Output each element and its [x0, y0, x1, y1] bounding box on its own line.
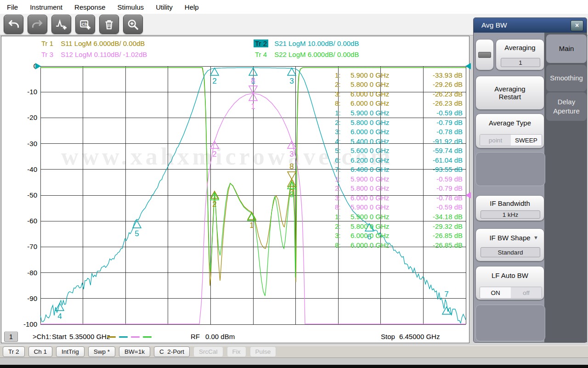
blank-softkey-2	[475, 305, 545, 341]
marker-frequency: 5.900 0 GHz	[351, 109, 419, 117]
averaging-led-button[interactable]	[475, 39, 494, 70]
panel-title: Avg BW	[474, 18, 587, 33]
marker-value: -0.78 dB	[436, 128, 464, 136]
marker-number: 3:	[335, 128, 351, 136]
average-type-point-option[interactable]: point	[480, 135, 511, 146]
marker-value: -93.55 dB	[433, 165, 464, 173]
marker-3-tr2[interactable]: 3	[288, 68, 296, 85]
status-fix: Fix	[227, 346, 246, 357]
y-tick-label: -10	[16, 88, 37, 96]
tab-smoothing[interactable]: Smoothing	[546, 65, 587, 91]
y-tick-label: -60	[16, 217, 37, 225]
status-c-2-port[interactable]: C 2-Port	[154, 346, 190, 357]
averaging-button[interactable]: Averaging 1	[496, 39, 544, 70]
marker-frequency: 5.900 0 GHz	[351, 213, 419, 221]
menu-utility[interactable]: Utility	[150, 1, 179, 13]
blank-softkey-1	[475, 152, 545, 186]
marker-frequency: 5.800 0 GHz	[351, 184, 419, 192]
menu-file[interactable]: File	[1, 1, 24, 13]
marker-value: -26.23 dB	[433, 99, 464, 107]
start-label[interactable]: Start	[52, 333, 67, 340]
status-swp-[interactable]: Swp *	[88, 346, 115, 357]
marker-value: -34.18 dB	[433, 213, 464, 221]
add-trace-button[interactable]	[51, 15, 71, 34]
marker-value: -91.92 dB	[433, 137, 464, 145]
marker-number: 2:	[335, 184, 351, 192]
tab-main[interactable]: Main	[546, 34, 587, 63]
stop-label[interactable]: Stop	[381, 333, 395, 340]
svg-text:1: 1	[251, 102, 255, 111]
undo-button[interactable]	[4, 15, 23, 34]
rf-value[interactable]: 0.00 dBm	[205, 333, 235, 340]
trace-label-tr2[interactable]: Tr 2S21 LogM 10.00dB/ 0.00dB	[254, 40, 359, 47]
trace-dash-icon-tr3	[131, 336, 140, 338]
trace-label-tr3[interactable]: Tr 3S12 LogM 0.110dB/ -1.02dB	[40, 51, 147, 58]
redo-arrow-icon	[31, 18, 44, 31]
lf-auto-bw-off-option[interactable]: off	[511, 287, 542, 298]
ref-level-arrow-icon	[35, 63, 41, 69]
marker-table-row: 3:6.000 0 GHz-26.85 dB	[335, 231, 464, 240]
status-bw-1k[interactable]: BW=1k	[119, 346, 150, 357]
delete-button[interactable]	[99, 15, 119, 34]
y-tick-label: -50	[16, 191, 37, 199]
start-value[interactable]: 5.35000 GHz	[69, 333, 110, 340]
if-bandwidth-label: IF Bandwidth	[476, 199, 544, 207]
trace-label-tr1[interactable]: Tr 1S11 LogM 6.000dB/ 0.00dB	[40, 40, 145, 47]
svg-text:5: 5	[135, 229, 139, 238]
channel-tab[interactable]: 1	[4, 332, 18, 342]
marker-value: -59.74 dB	[433, 147, 464, 154]
lf-auto-bw-button[interactable]: LF Auto BW ON off	[475, 266, 544, 300]
redo-button	[28, 15, 47, 34]
trash-icon	[103, 18, 115, 31]
marker-frequency: 6.000 0 GHz	[351, 90, 419, 98]
marker-frequency: 5.900 0 GHz	[351, 203, 419, 211]
marker-value: -0.79 dB	[436, 119, 464, 126]
marker-value: -29.26 dB	[433, 80, 464, 88]
marker-frequency: 5.900 0 GHz	[351, 175, 419, 183]
channel-prefix: >Ch1:	[33, 333, 51, 340]
marker-5-tr2[interactable]: 5	[133, 221, 141, 238]
trace-label-tr4[interactable]: Tr 4S22 LogM 6.000dB/ 0.00dB	[254, 51, 359, 58]
close-icon[interactable]: ×	[571, 20, 583, 31]
marker-number: 4:	[335, 137, 351, 145]
tab-delay-aperture[interactable]: Delay Aperture	[546, 92, 587, 121]
marker-8-tr1[interactable]: 8	[288, 162, 296, 179]
menu-help[interactable]: Help	[179, 1, 205, 13]
marker-number: 8:	[335, 241, 351, 249]
add-channel-button[interactable]: Ch	[75, 15, 95, 34]
y-tick-label: -40	[16, 165, 37, 173]
lf-auto-bw-on-option[interactable]: ON	[480, 287, 511, 298]
rf-label: RF	[191, 333, 200, 340]
average-type-sweep-option[interactable]: SWEEP	[511, 135, 542, 146]
panel-title-text: Avg BW	[481, 21, 507, 29]
stop-value[interactable]: 6.45000 GHz	[399, 333, 440, 340]
zoom-button[interactable]	[123, 15, 143, 34]
if-bw-shape-button[interactable]: IF BW Shape ▼ Standard	[475, 228, 544, 261]
trace-id: Tr 3	[40, 51, 55, 58]
menu-instrument[interactable]: Instrument	[24, 1, 68, 13]
if-bandwidth-button[interactable]: IF Bandwidth 1 kHz	[475, 195, 544, 221]
status-inttrig[interactable]: IntTrig	[56, 346, 85, 357]
marker-value: -0.59 dB	[436, 175, 464, 183]
trace-dash-icon-tr4	[143, 336, 152, 338]
vna-application-window: FileInstrumentResponseStimulusUtilityHel…	[0, 0, 588, 368]
status-ch-1[interactable]: Ch 1	[28, 346, 53, 357]
marker-table-row: 3:6.000 0 GHz-26.23 dB	[335, 89, 464, 99]
menu-response[interactable]: Response	[68, 1, 112, 13]
status-srccal: SrcCal	[193, 346, 223, 357]
averaging-restart-label: Averaging Restart	[485, 85, 535, 101]
status-pulse: Pulse	[250, 346, 277, 357]
menu-stimulus[interactable]: Stimulus	[112, 1, 150, 13]
marker-table-row: 8:5.900 0 GHz-0.59 dB	[335, 203, 464, 212]
average-type-button[interactable]: Average Type point SWEEP	[475, 113, 544, 148]
marker-table-row: 6:6.200 0 GHz-61.04 dB	[335, 155, 464, 165]
y-tick-label: -90	[16, 294, 37, 302]
marker-2-tr2[interactable]: 2	[210, 68, 219, 85]
marker-value: -26.85 dB	[433, 241, 464, 249]
bottom-black-strip	[0, 365, 588, 368]
status-tr-2[interactable]: Tr 2	[3, 346, 25, 357]
y-tick-label: 0	[16, 62, 37, 70]
menu-bar: FileInstrumentResponseStimulusUtilityHel…	[0, 0, 588, 14]
if-bw-shape-value: Standard	[481, 247, 540, 257]
averaging-restart-button[interactable]: Averaging Restart	[475, 76, 544, 110]
